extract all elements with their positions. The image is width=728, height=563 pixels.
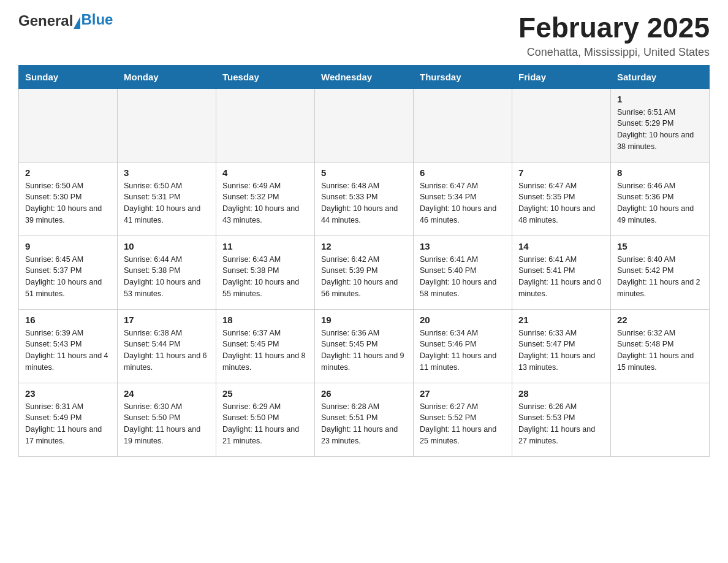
day-info: Sunrise: 6:43 AMSunset: 5:38 PMDaylight:… xyxy=(222,254,308,300)
calendar-cell: 1Sunrise: 6:51 AMSunset: 5:29 PMDaylight… xyxy=(611,88,710,162)
calendar-cell: 17Sunrise: 6:38 AMSunset: 5:44 PMDayligh… xyxy=(118,309,216,383)
day-number: 13 xyxy=(420,241,506,251)
day-info: Sunrise: 6:45 AMSunset: 5:37 PMDaylight:… xyxy=(25,254,111,300)
day-info: Sunrise: 6:51 AMSunset: 5:29 PMDaylight:… xyxy=(617,107,703,153)
day-number: 24 xyxy=(124,388,210,399)
day-number: 22 xyxy=(617,315,703,325)
day-info: Sunrise: 6:48 AMSunset: 5:33 PMDaylight:… xyxy=(321,180,407,226)
header-friday: Friday xyxy=(512,65,611,88)
day-number: 17 xyxy=(124,315,210,325)
header-sunday: Sunday xyxy=(19,65,118,88)
calendar-cell xyxy=(611,383,710,456)
calendar-cell: 7Sunrise: 6:47 AMSunset: 5:35 PMDaylight… xyxy=(512,162,611,236)
calendar-cell: 21Sunrise: 6:33 AMSunset: 5:47 PMDayligh… xyxy=(512,309,611,383)
calendar-cell: 26Sunrise: 6:28 AMSunset: 5:51 PMDayligh… xyxy=(315,383,414,456)
header-saturday: Saturday xyxy=(611,65,710,88)
day-number: 14 xyxy=(518,241,604,251)
calendar-cell: 8Sunrise: 6:46 AMSunset: 5:36 PMDaylight… xyxy=(611,162,710,236)
day-number: 12 xyxy=(321,241,407,251)
day-info: Sunrise: 6:27 AMSunset: 5:52 PMDaylight:… xyxy=(420,401,506,447)
calendar-cell: 11Sunrise: 6:43 AMSunset: 5:38 PMDayligh… xyxy=(216,236,315,309)
calendar-cell: 3Sunrise: 6:50 AMSunset: 5:31 PMDaylight… xyxy=(118,162,216,236)
day-info: Sunrise: 6:30 AMSunset: 5:50 PMDaylight:… xyxy=(124,401,210,447)
day-number: 23 xyxy=(25,388,111,399)
calendar-week-1: 1Sunrise: 6:51 AMSunset: 5:29 PMDaylight… xyxy=(19,88,710,162)
day-info: Sunrise: 6:44 AMSunset: 5:38 PMDaylight:… xyxy=(124,254,210,300)
title-section: February 2025 Conehatta, Mississippi, Un… xyxy=(518,12,710,59)
header-monday: Monday xyxy=(118,65,216,88)
day-info: Sunrise: 6:49 AMSunset: 5:32 PMDaylight:… xyxy=(222,180,308,226)
month-title: February 2025 xyxy=(518,12,710,44)
day-info: Sunrise: 6:26 AMSunset: 5:53 PMDaylight:… xyxy=(518,401,604,447)
calendar-cell: 25Sunrise: 6:29 AMSunset: 5:50 PMDayligh… xyxy=(216,383,315,456)
day-info: Sunrise: 6:38 AMSunset: 5:44 PMDaylight:… xyxy=(124,327,210,373)
logo-blue-text: Blue xyxy=(81,11,113,28)
calendar-cell xyxy=(414,88,512,162)
calendar-cell: 5Sunrise: 6:48 AMSunset: 5:33 PMDaylight… xyxy=(315,162,414,236)
day-info: Sunrise: 6:31 AMSunset: 5:49 PMDaylight:… xyxy=(25,401,111,447)
calendar-cell: 16Sunrise: 6:39 AMSunset: 5:43 PMDayligh… xyxy=(19,309,118,383)
calendar-cell xyxy=(315,88,414,162)
day-number: 15 xyxy=(617,241,703,251)
day-number: 4 xyxy=(222,167,308,178)
calendar-cell xyxy=(216,88,315,162)
logo: General Blue xyxy=(18,12,113,29)
day-info: Sunrise: 6:40 AMSunset: 5:42 PMDaylight:… xyxy=(617,254,703,300)
calendar-week-5: 23Sunrise: 6:31 AMSunset: 5:49 PMDayligh… xyxy=(19,383,710,456)
day-info: Sunrise: 6:39 AMSunset: 5:43 PMDaylight:… xyxy=(25,327,111,373)
day-number: 28 xyxy=(518,388,604,399)
day-number: 9 xyxy=(25,241,111,251)
day-info: Sunrise: 6:42 AMSunset: 5:39 PMDaylight:… xyxy=(321,254,407,300)
day-info: Sunrise: 6:28 AMSunset: 5:51 PMDaylight:… xyxy=(321,401,407,447)
day-number: 1 xyxy=(617,94,703,104)
day-info: Sunrise: 6:33 AMSunset: 5:47 PMDaylight:… xyxy=(518,327,604,373)
day-number: 10 xyxy=(124,241,210,251)
day-info: Sunrise: 6:41 AMSunset: 5:41 PMDaylight:… xyxy=(518,254,604,300)
day-info: Sunrise: 6:37 AMSunset: 5:45 PMDaylight:… xyxy=(222,327,308,373)
calendar-cell: 27Sunrise: 6:27 AMSunset: 5:52 PMDayligh… xyxy=(414,383,512,456)
day-info: Sunrise: 6:36 AMSunset: 5:45 PMDaylight:… xyxy=(321,327,407,373)
header-tuesday: Tuesday xyxy=(216,65,315,88)
page-header: General Blue February 2025 Conehatta, Mi… xyxy=(18,12,710,59)
day-number: 3 xyxy=(124,167,210,178)
calendar-cell: 28Sunrise: 6:26 AMSunset: 5:53 PMDayligh… xyxy=(512,383,611,456)
day-info: Sunrise: 6:47 AMSunset: 5:35 PMDaylight:… xyxy=(518,180,604,226)
day-number: 20 xyxy=(420,315,506,325)
day-number: 6 xyxy=(420,167,506,178)
calendar-cell: 24Sunrise: 6:30 AMSunset: 5:50 PMDayligh… xyxy=(118,383,216,456)
calendar-cell: 18Sunrise: 6:37 AMSunset: 5:45 PMDayligh… xyxy=(216,309,315,383)
day-info: Sunrise: 6:47 AMSunset: 5:34 PMDaylight:… xyxy=(420,180,506,226)
header-wednesday: Wednesday xyxy=(315,65,414,88)
calendar-cell: 2Sunrise: 6:50 AMSunset: 5:30 PMDaylight… xyxy=(19,162,118,236)
calendar-cell: 6Sunrise: 6:47 AMSunset: 5:34 PMDaylight… xyxy=(414,162,512,236)
day-info: Sunrise: 6:34 AMSunset: 5:46 PMDaylight:… xyxy=(420,327,506,373)
day-number: 19 xyxy=(321,315,407,325)
calendar-week-4: 16Sunrise: 6:39 AMSunset: 5:43 PMDayligh… xyxy=(19,309,710,383)
day-number: 8 xyxy=(617,167,703,178)
logo-general-text: General xyxy=(18,12,73,29)
day-number: 2 xyxy=(25,167,111,178)
day-number: 26 xyxy=(321,388,407,399)
calendar-header-row: Sunday Monday Tuesday Wednesday Thursday… xyxy=(19,65,710,88)
day-info: Sunrise: 6:41 AMSunset: 5:40 PMDaylight:… xyxy=(420,254,506,300)
day-number: 25 xyxy=(222,388,308,399)
calendar-week-3: 9Sunrise: 6:45 AMSunset: 5:37 PMDaylight… xyxy=(19,236,710,309)
header-thursday: Thursday xyxy=(414,65,512,88)
logo-triangle-icon xyxy=(74,17,80,29)
day-info: Sunrise: 6:46 AMSunset: 5:36 PMDaylight:… xyxy=(617,180,703,226)
calendar-table: Sunday Monday Tuesday Wednesday Thursday… xyxy=(18,65,710,457)
calendar-cell: 19Sunrise: 6:36 AMSunset: 5:45 PMDayligh… xyxy=(315,309,414,383)
day-number: 16 xyxy=(25,315,111,325)
calendar-cell: 4Sunrise: 6:49 AMSunset: 5:32 PMDaylight… xyxy=(216,162,315,236)
calendar-cell: 15Sunrise: 6:40 AMSunset: 5:42 PMDayligh… xyxy=(611,236,710,309)
calendar-cell: 9Sunrise: 6:45 AMSunset: 5:37 PMDaylight… xyxy=(19,236,118,309)
day-number: 7 xyxy=(518,167,604,178)
calendar-cell: 12Sunrise: 6:42 AMSunset: 5:39 PMDayligh… xyxy=(315,236,414,309)
day-info: Sunrise: 6:50 AMSunset: 5:31 PMDaylight:… xyxy=(124,180,210,226)
location-subtitle: Conehatta, Mississippi, United States xyxy=(518,46,710,59)
day-info: Sunrise: 6:29 AMSunset: 5:50 PMDaylight:… xyxy=(222,401,308,447)
day-number: 18 xyxy=(222,315,308,325)
day-number: 27 xyxy=(420,388,506,399)
day-info: Sunrise: 6:32 AMSunset: 5:48 PMDaylight:… xyxy=(617,327,703,373)
calendar-cell: 20Sunrise: 6:34 AMSunset: 5:46 PMDayligh… xyxy=(414,309,512,383)
